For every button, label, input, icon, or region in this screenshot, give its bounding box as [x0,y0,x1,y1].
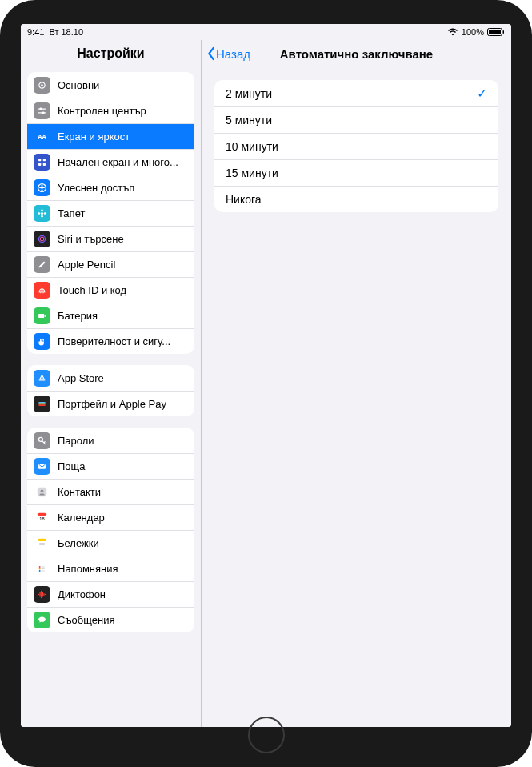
sidebar-item-access[interactable]: Улеснен достъп [27,175,194,200]
sidebar-item-mail[interactable]: Поща [27,453,194,479]
sidebar-item-label: Диктофон [58,588,188,600]
flower-icon [34,205,50,222]
sidebar-item-label: Съобщения [58,614,188,626]
autolock-option[interactable]: 10 минути [214,133,498,159]
autolock-option[interactable]: 5 минути [214,106,498,133]
sidebar-item-general[interactable]: Основни [27,72,194,98]
option-label: 5 минути [226,114,272,126]
svg-rect-10 [38,159,41,161]
gear-icon [34,77,50,94]
pencil-icon [34,256,50,273]
reminders-icon [34,560,50,577]
access-icon [34,179,50,196]
sidebar-item-label: Напомняния [58,563,188,575]
sidebar-item-label: Apple Pencil [58,259,188,271]
sidebar-item-privacy[interactable]: Поверителност и сигу... [27,328,194,354]
svg-point-20 [44,212,46,215]
calendar-icon: 18 [34,509,50,526]
sidebar-title: Настройки [21,40,201,67]
sidebar-item-label: Начален екран и много... [58,156,188,168]
option-label: Никога [226,193,262,206]
svg-rect-25 [38,402,45,404]
svg-rect-26 [38,404,45,405]
settings-sidebar: Настройки ОсновниКонтролен центърAAЕкран… [21,40,202,727]
device-frame: 9:41 Вт 18.10 100% Настройки ОсновниКонт… [0,0,532,767]
mail-icon [34,458,50,475]
siri-icon [34,231,50,247]
sidebar-item-touchid[interactable]: Touch ID и код [27,277,194,303]
svg-point-19 [38,212,41,215]
sidebar-item-display[interactable]: AAЕкран и яркост [27,123,194,149]
svg-point-7 [39,108,42,110]
battery-icon [34,307,50,324]
grid-icon [34,154,50,171]
svg-rect-12 [38,163,41,166]
sidebar-item-homescreen[interactable]: Начален екран и много... [27,149,194,175]
svg-rect-13 [43,163,46,166]
option-label: 2 минути [226,87,272,100]
contact-icon [34,484,50,500]
sidebar-item-messages[interactable]: Съобщения [27,607,194,632]
svg-rect-33 [38,513,46,516]
sidebar-item-label: Основни [58,79,188,91]
sidebar-item-label: App Store [58,372,188,384]
sliders-icon [34,102,50,119]
back-label: Назад [216,47,250,61]
svg-point-41 [39,568,41,570]
battery-icon [487,28,505,36]
sidebar-item-pencil[interactable]: Apple Pencil [27,251,194,277]
sidebar-item-label: Улеснен достъп [58,182,188,194]
sidebar-item-voicememos[interactable]: Диктофон [27,581,194,607]
notes-icon [34,535,50,552]
back-button[interactable]: Назад [206,46,250,61]
option-label: 15 минути [226,167,278,179]
sidebar-item-wallpaper[interactable]: Тапет [27,200,194,226]
svg-point-31 [41,489,44,492]
key-icon [34,432,50,449]
svg-point-18 [41,215,43,218]
battery-label: 100% [462,27,484,37]
option-label: 10 минути [226,140,278,153]
svg-text:AA: AA [38,133,46,140]
svg-point-42 [39,570,41,572]
status-date: Вт 18.10 [49,27,83,37]
sidebar-item-label: Пароли [58,435,188,447]
sidebar-item-control[interactable]: Контролен център [27,98,194,123]
sidebar-item-siri[interactable]: Siri и търсене [27,226,194,251]
svg-rect-36 [38,539,46,541]
svg-point-22 [40,237,44,241]
sidebar-item-battery[interactable]: Батерия [27,303,194,328]
appstore-icon [34,370,50,387]
sidebar-group: App StoreПортфейл и Apple Pay [27,365,194,416]
autolock-option[interactable]: 2 минути✓ [214,80,498,106]
svg-rect-1 [489,30,501,34]
sidebar-item-label: Календар [58,512,188,524]
autolock-option[interactable]: 15 минути [214,159,498,186]
sidebar-item-label: Батерия [58,310,188,322]
home-button[interactable] [248,717,285,753]
sidebar-item-contacts[interactable]: Контакти [27,479,194,504]
sidebar-item-label: Екран и яркост [58,131,188,143]
sidebar-item-notes[interactable]: Бележки [27,530,194,556]
sidebar-item-label: Siri и търсене [58,233,188,245]
sidebar-item-passwords[interactable]: Пароли [27,428,194,453]
sidebar-item-calendar[interactable]: 18Календар [27,504,194,530]
autolock-options: 2 минути✓5 минути10 минути15 минутиНиког… [214,80,498,212]
detail-pane: Назад Автоматично заключване 2 минути✓5 … [202,40,511,727]
sidebar-item-label: Поща [58,460,188,472]
wifi-icon [447,28,458,36]
svg-rect-24 [45,315,46,316]
sidebar-item-wallet[interactable]: Портфейл и Apple Pay [27,391,194,416]
brightness-icon: AA [34,128,50,145]
sidebar-item-label: Touch ID и код [58,284,188,296]
svg-rect-11 [43,159,46,161]
sidebar-item-label: Контакти [58,486,188,498]
svg-point-17 [41,210,43,212]
detail-title: Автоматично заключване [280,47,433,61]
sidebar-group: ОсновниКонтролен центърAAЕкран и яркостН… [27,72,194,354]
sidebar-item-appstore[interactable]: App Store [27,365,194,391]
autolock-option[interactable]: Никога [214,186,498,212]
sidebar-item-reminders[interactable]: Напомняния [27,556,194,581]
sidebar-item-label: Портфейл и Apple Pay [58,398,188,410]
svg-point-16 [41,212,43,215]
